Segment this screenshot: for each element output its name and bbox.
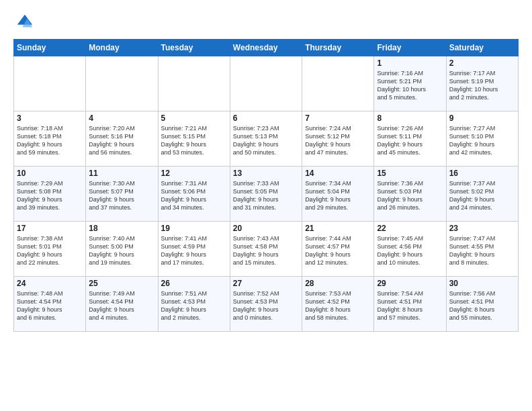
- day-number: 1: [377, 58, 443, 68]
- calendar-cell: 24Sunrise: 7:48 AM Sunset: 4:54 PM Dayli…: [14, 277, 86, 332]
- calendar-cell: 21Sunrise: 7:44 AM Sunset: 4:57 PM Dayli…: [302, 222, 374, 277]
- day-number: 23: [449, 224, 515, 233]
- day-number: 24: [17, 279, 83, 288]
- weekday-header: Saturday: [446, 40, 518, 56]
- day-number: 12: [161, 169, 227, 178]
- day-number: 10: [17, 169, 83, 178]
- calendar-cell: 27Sunrise: 7:52 AM Sunset: 4:53 PM Dayli…: [230, 277, 302, 332]
- cell-info: Sunrise: 7:17 AM Sunset: 5:19 PM Dayligh…: [449, 69, 515, 102]
- day-number: 2: [449, 58, 515, 68]
- calendar-cell: 9Sunrise: 7:27 AM Sunset: 5:10 PM Daylig…: [446, 111, 518, 167]
- weekday-header: Wednesday: [230, 40, 302, 56]
- cell-info: Sunrise: 7:30 AM Sunset: 5:07 PM Dayligh…: [89, 179, 154, 212]
- cell-info: Sunrise: 7:24 AM Sunset: 5:12 PM Dayligh…: [305, 124, 371, 157]
- day-number: 25: [89, 279, 154, 288]
- calendar-table: SundayMondayTuesdayWednesdayThursdayFrid…: [13, 39, 519, 332]
- cell-info: Sunrise: 7:21 AM Sunset: 5:15 PM Dayligh…: [161, 124, 227, 157]
- calendar-week: 17Sunrise: 7:38 AM Sunset: 5:01 PM Dayli…: [14, 222, 519, 277]
- day-number: 26: [161, 279, 227, 288]
- weekday-header: Monday: [86, 40, 158, 56]
- calendar-week: 1Sunrise: 7:16 AM Sunset: 5:21 PM Daylig…: [14, 56, 519, 111]
- cell-info: Sunrise: 7:53 AM Sunset: 4:52 PM Dayligh…: [305, 289, 371, 322]
- cell-info: Sunrise: 7:45 AM Sunset: 4:56 PM Dayligh…: [377, 234, 443, 267]
- logo: [13, 12, 36, 34]
- calendar-cell: 1Sunrise: 7:16 AM Sunset: 5:21 PM Daylig…: [374, 56, 446, 111]
- day-number: 8: [377, 113, 443, 123]
- cell-info: Sunrise: 7:33 AM Sunset: 5:05 PM Dayligh…: [233, 179, 299, 212]
- calendar-cell: 5Sunrise: 7:21 AM Sunset: 5:15 PM Daylig…: [158, 111, 230, 167]
- cell-info: Sunrise: 7:18 AM Sunset: 5:18 PM Dayligh…: [17, 124, 83, 157]
- day-number: 18: [89, 224, 154, 233]
- cell-info: Sunrise: 7:51 AM Sunset: 4:53 PM Dayligh…: [161, 289, 227, 322]
- cell-info: Sunrise: 7:20 AM Sunset: 5:16 PM Dayligh…: [89, 124, 154, 157]
- calendar-week: 3Sunrise: 7:18 AM Sunset: 5:18 PM Daylig…: [14, 111, 519, 167]
- day-number: 5: [161, 113, 227, 123]
- calendar-cell: [86, 56, 158, 111]
- calendar-cell: 13Sunrise: 7:33 AM Sunset: 5:05 PM Dayli…: [230, 167, 302, 222]
- cell-info: Sunrise: 7:26 AM Sunset: 5:11 PM Dayligh…: [377, 124, 443, 157]
- cell-info: Sunrise: 7:16 AM Sunset: 5:21 PM Dayligh…: [377, 69, 443, 102]
- cell-info: Sunrise: 7:34 AM Sunset: 5:04 PM Dayligh…: [305, 179, 371, 212]
- day-number: 22: [377, 224, 443, 233]
- calendar-cell: 29Sunrise: 7:54 AM Sunset: 4:51 PM Dayli…: [374, 277, 446, 332]
- day-number: 27: [233, 279, 299, 288]
- calendar-body: 1Sunrise: 7:16 AM Sunset: 5:21 PM Daylig…: [14, 56, 519, 332]
- cell-info: Sunrise: 7:56 AM Sunset: 4:51 PM Dayligh…: [449, 289, 515, 322]
- day-number: 21: [305, 224, 371, 233]
- day-number: 28: [305, 279, 371, 288]
- calendar-cell: 6Sunrise: 7:23 AM Sunset: 5:13 PM Daylig…: [230, 111, 302, 167]
- cell-info: Sunrise: 7:48 AM Sunset: 4:54 PM Dayligh…: [17, 289, 83, 322]
- calendar-cell: 2Sunrise: 7:17 AM Sunset: 5:19 PM Daylig…: [446, 56, 518, 111]
- day-number: 19: [161, 224, 227, 233]
- calendar-cell: 14Sunrise: 7:34 AM Sunset: 5:04 PM Dayli…: [302, 167, 374, 222]
- cell-info: Sunrise: 7:52 AM Sunset: 4:53 PM Dayligh…: [233, 289, 299, 322]
- cell-info: Sunrise: 7:31 AM Sunset: 5:06 PM Dayligh…: [161, 179, 227, 212]
- calendar-cell: 7Sunrise: 7:24 AM Sunset: 5:12 PM Daylig…: [302, 111, 374, 167]
- calendar-cell: 22Sunrise: 7:45 AM Sunset: 4:56 PM Dayli…: [374, 222, 446, 277]
- calendar-cell: 20Sunrise: 7:43 AM Sunset: 4:58 PM Dayli…: [230, 222, 302, 277]
- weekday-header: Friday: [374, 40, 446, 56]
- cell-info: Sunrise: 7:54 AM Sunset: 4:51 PM Dayligh…: [377, 289, 443, 322]
- calendar-cell: 12Sunrise: 7:31 AM Sunset: 5:06 PM Dayli…: [158, 167, 230, 222]
- cell-info: Sunrise: 7:37 AM Sunset: 5:02 PM Dayligh…: [449, 179, 515, 212]
- cell-info: Sunrise: 7:44 AM Sunset: 4:57 PM Dayligh…: [305, 234, 371, 267]
- header: [13, 12, 519, 34]
- cell-info: Sunrise: 7:43 AM Sunset: 4:58 PM Dayligh…: [233, 234, 299, 267]
- page: SundayMondayTuesdayWednesdayThursdayFrid…: [0, 0, 532, 338]
- calendar-cell: 10Sunrise: 7:29 AM Sunset: 5:08 PM Dayli…: [14, 167, 86, 222]
- calendar-cell: 3Sunrise: 7:18 AM Sunset: 5:18 PM Daylig…: [14, 111, 86, 167]
- calendar-cell: [302, 56, 374, 111]
- day-number: 9: [449, 113, 515, 123]
- day-number: 20: [233, 224, 299, 233]
- cell-info: Sunrise: 7:40 AM Sunset: 5:00 PM Dayligh…: [89, 234, 154, 267]
- day-number: 16: [449, 169, 515, 178]
- calendar-cell: 17Sunrise: 7:38 AM Sunset: 5:01 PM Dayli…: [14, 222, 86, 277]
- weekday-header: Tuesday: [158, 40, 230, 56]
- calendar-cell: [230, 56, 302, 111]
- day-number: 30: [449, 279, 515, 288]
- logo-icon: [15, 12, 34, 31]
- cell-info: Sunrise: 7:49 AM Sunset: 4:54 PM Dayligh…: [89, 289, 154, 322]
- calendar-cell: 16Sunrise: 7:37 AM Sunset: 5:02 PM Dayli…: [446, 167, 518, 222]
- calendar-cell: 26Sunrise: 7:51 AM Sunset: 4:53 PM Dayli…: [158, 277, 230, 332]
- header-row: SundayMondayTuesdayWednesdayThursdayFrid…: [14, 40, 519, 56]
- cell-info: Sunrise: 7:41 AM Sunset: 4:59 PM Dayligh…: [161, 234, 227, 267]
- calendar-cell: [158, 56, 230, 111]
- cell-info: Sunrise: 7:23 AM Sunset: 5:13 PM Dayligh…: [233, 124, 299, 157]
- day-number: 7: [305, 113, 371, 123]
- calendar-week: 24Sunrise: 7:48 AM Sunset: 4:54 PM Dayli…: [14, 277, 519, 332]
- cell-info: Sunrise: 7:29 AM Sunset: 5:08 PM Dayligh…: [17, 179, 83, 212]
- day-number: 11: [89, 169, 154, 178]
- calendar-cell: 11Sunrise: 7:30 AM Sunset: 5:07 PM Dayli…: [86, 167, 158, 222]
- day-number: 3: [17, 113, 83, 123]
- cell-info: Sunrise: 7:36 AM Sunset: 5:03 PM Dayligh…: [377, 179, 443, 212]
- calendar-header: SundayMondayTuesdayWednesdayThursdayFrid…: [14, 40, 519, 56]
- day-number: 6: [233, 113, 299, 123]
- calendar-week: 10Sunrise: 7:29 AM Sunset: 5:08 PM Dayli…: [14, 167, 519, 222]
- calendar-cell: 15Sunrise: 7:36 AM Sunset: 5:03 PM Dayli…: [374, 167, 446, 222]
- day-number: 13: [233, 169, 299, 178]
- day-number: 4: [89, 113, 154, 123]
- calendar-cell: 4Sunrise: 7:20 AM Sunset: 5:16 PM Daylig…: [86, 111, 158, 167]
- day-number: 15: [377, 169, 443, 178]
- day-number: 14: [305, 169, 371, 178]
